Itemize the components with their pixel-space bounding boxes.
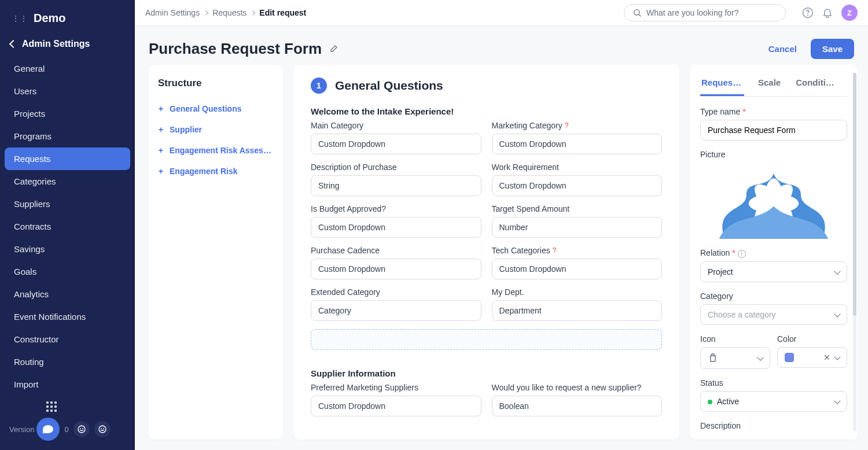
sidebar-item-general[interactable]: General: [5, 57, 130, 80]
field-label: My Dept.: [492, 287, 663, 297]
section-header: 1 General Questions: [311, 78, 662, 94]
clear-color-button[interactable]: ✕: [823, 353, 830, 362]
info-icon[interactable]: i: [738, 250, 746, 258]
icon-select[interactable]: [700, 347, 770, 369]
color-swatch: [785, 353, 794, 362]
sidebar: ⋮⋮ Demo Admin Settings General Users Pro…: [0, 0, 135, 450]
form-field[interactable]: Main CategoryCustom Dropdown: [311, 121, 481, 154]
chevron-down-icon: [757, 354, 763, 360]
form-field[interactable]: Tech Categories ?Custom Dropdown: [492, 246, 663, 279]
structure-item-engagement-risk-assessment[interactable]: + Engagement Risk Assess…: [158, 140, 274, 161]
field-label: Preferred Marketing Suppliers: [311, 383, 481, 392]
svg-point-10: [808, 15, 808, 16]
sidebar-item-routing[interactable]: Routing: [5, 351, 130, 373]
neutral-face-icon: [98, 425, 107, 434]
chat-launcher[interactable]: [36, 418, 60, 441]
field-label: Work Requirement: [492, 163, 663, 172]
relation-select[interactable]: Project: [700, 261, 847, 282]
type-name-input[interactable]: [700, 120, 847, 141]
sidebar-item-users[interactable]: Users: [5, 80, 130, 102]
edit-title-button[interactable]: [329, 45, 338, 54]
structure-item-supplier[interactable]: + Supplier: [158, 119, 274, 140]
sidebar-item-categories[interactable]: Categories: [5, 170, 130, 193]
help-button[interactable]: [802, 7, 814, 19]
search-input[interactable]: What are you looking for?: [624, 4, 786, 21]
tab-request-settings[interactable]: Request settings: [700, 72, 744, 96]
field-help-icon[interactable]: ?: [553, 246, 557, 254]
form-field[interactable]: Is Budget Approved?Custom Dropdown: [311, 204, 481, 238]
sidebar-item-programs[interactable]: Programs: [5, 125, 130, 147]
sidebar-item-savings[interactable]: Savings: [5, 238, 130, 260]
form-field[interactable]: Extended CategoryCategory: [311, 287, 481, 321]
form-field[interactable]: Marketing Category ?Custom Dropdown: [492, 121, 663, 154]
status-select[interactable]: Active: [700, 391, 847, 412]
structure-item-engagement-risk[interactable]: + Engagement Risk: [158, 161, 274, 182]
field-type-value: Category: [311, 300, 481, 321]
search-icon: [632, 8, 642, 17]
sidebar-item-constructor[interactable]: Constructor: [5, 328, 130, 351]
sidebar-resize-handle[interactable]: [130, 0, 135, 450]
brand-menu-icon[interactable]: ⋮⋮: [12, 14, 28, 23]
field-type-value: Custom Dropdown: [311, 396, 481, 416]
save-button[interactable]: Save: [811, 39, 854, 59]
sidebar-item-suppliers[interactable]: Suppliers: [5, 193, 130, 215]
tab-scale[interactable]: Scale: [757, 72, 782, 96]
field-type-value: Number: [492, 217, 663, 238]
notifications-button[interactable]: [822, 7, 833, 19]
sidebar-item-requests[interactable]: Requests: [5, 147, 130, 170]
chevron-left-icon: [9, 40, 17, 48]
svg-point-1: [80, 428, 80, 429]
form-field[interactable]: Would you like to request a new supplier…: [492, 383, 663, 416]
scrollbar-thumb[interactable]: [853, 73, 856, 316]
flower-image: [704, 163, 843, 239]
picture-preview[interactable]: [700, 163, 847, 239]
main: Admin Settings Requests Edit request Wha…: [135, 0, 868, 450]
avatar-initial: Z: [847, 9, 852, 17]
avatar[interactable]: Z: [841, 5, 858, 21]
search-placeholder: What are you looking for?: [646, 8, 739, 17]
category-select[interactable]: Choose a category: [700, 304, 847, 325]
plus-icon: +: [158, 167, 164, 176]
sidebar-item-event-notifications[interactable]: Event Notifications: [5, 305, 130, 328]
crumb-requests[interactable]: Requests: [212, 8, 247, 17]
form-field[interactable]: My Dept.Department: [492, 287, 663, 321]
sidebar-item-analytics[interactable]: Analytics: [5, 283, 130, 305]
structure-item-label: Engagement Risk Assess…: [170, 146, 274, 155]
form-field[interactable]: Preferred Marketing SuppliersCustom Drop…: [311, 383, 481, 416]
field-type-value: Custom Dropdown: [492, 175, 663, 196]
form-field[interactable]: Target Spend AmountNumber: [492, 204, 663, 238]
tab-conditions[interactable]: Conditions: [795, 72, 838, 96]
sidebar-footer: Version 0: [0, 396, 135, 450]
structure-item-general-questions[interactable]: + General Questions: [158, 98, 274, 119]
field-label: Purchase Cadence: [311, 246, 481, 255]
sidebar-item-contracts[interactable]: Contracts: [5, 215, 130, 238]
page-title: Purchase Request Form: [149, 40, 322, 58]
sidebar-item-import[interactable]: Import: [5, 373, 130, 396]
sidebar-item-projects[interactable]: Projects: [5, 102, 130, 125]
crumb-admin-settings[interactable]: Admin Settings: [145, 8, 200, 17]
feedback-happy-button[interactable]: [73, 421, 90, 437]
field-type-value: Custom Dropdown: [311, 134, 481, 154]
field-label: Tech Categories ?: [492, 246, 663, 255]
chat-icon: [43, 425, 53, 433]
field-type-value: Boolean: [492, 396, 663, 416]
field-type-value: Custom Dropdown: [492, 259, 663, 279]
color-select[interactable]: ✕: [777, 347, 847, 368]
field-label: Extended Category: [311, 287, 481, 297]
field-label: Marketing Category ?: [492, 121, 663, 130]
field-help-icon[interactable]: ?: [565, 121, 569, 130]
details-scrollbar[interactable]: [853, 73, 856, 431]
structure-item-label: General Questions: [170, 104, 241, 113]
form-field[interactable]: Work RequirementCustom Dropdown: [492, 163, 663, 196]
form-field[interactable]: Description of PurchaseString: [311, 163, 481, 196]
sidebar-back[interactable]: Admin Settings: [0, 31, 135, 57]
subsection-supplier: Supplier Information: [311, 368, 662, 378]
field-dropzone[interactable]: [311, 329, 662, 350]
chevron-right-icon: [204, 10, 208, 15]
apps-grid-icon[interactable]: [46, 401, 57, 412]
cancel-button[interactable]: Cancel: [763, 39, 803, 58]
sidebar-item-goals[interactable]: Goals: [5, 260, 130, 283]
form-field[interactable]: Purchase CadenceCustom Dropdown: [311, 246, 481, 279]
plus-icon: +: [158, 125, 164, 134]
feedback-neutral-button[interactable]: [94, 421, 111, 437]
